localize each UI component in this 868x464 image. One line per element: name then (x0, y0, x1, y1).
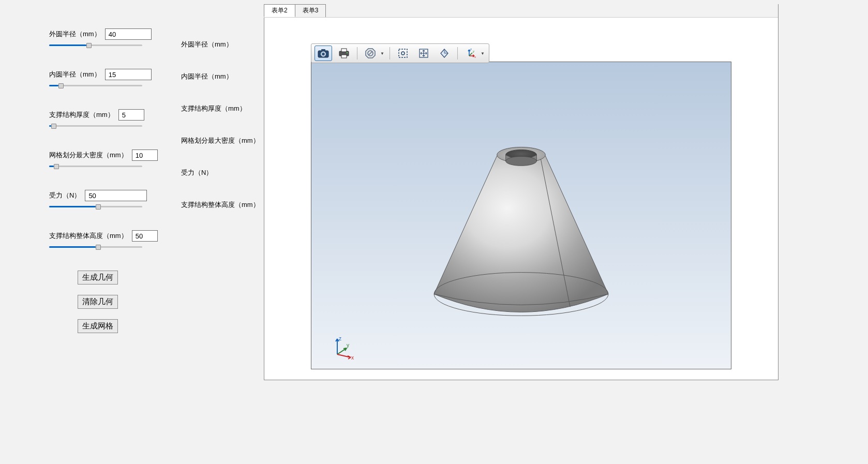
param-mesh-density: 网格划分最大密度（mm） (49, 149, 160, 170)
support-height-slider[interactable] (49, 244, 142, 251)
tab-content: ▼ (264, 18, 778, 380)
param-support-thickness: 支撑结构厚度（mm） (49, 109, 160, 130)
svg-text:z: z (470, 48, 472, 51)
camera-icon (318, 49, 329, 58)
display-mesh-density: 网格划分最大密度（mm） (181, 125, 243, 157)
svg-rect-5 (341, 49, 347, 52)
disable-button[interactable] (362, 46, 379, 61)
3d-viewport[interactable]: z y x (311, 62, 731, 369)
pan-button[interactable] (415, 46, 432, 61)
toolbar-separator (457, 47, 458, 59)
pan-icon (418, 48, 429, 59)
y-axis-label: y (347, 342, 349, 348)
inputs-column: 外圆半径（mm） 内圆半径（mm） (49, 28, 160, 454)
rotate-icon (439, 48, 450, 59)
support-thickness-slider[interactable] (49, 123, 142, 130)
disable-dropdown[interactable]: ▼ (379, 46, 385, 61)
inner-radius-slider[interactable] (49, 82, 142, 89)
rotate-button[interactable] (436, 46, 453, 61)
outer-radius-label: 外圆半径（mm） (49, 29, 101, 39)
print-icon (338, 48, 350, 58)
right-panel: 表单2 表单3 (264, 0, 868, 464)
left-panel: 外圆半径（mm） 内圆半径（mm） (0, 0, 264, 464)
cone-model (311, 62, 731, 369)
display-inner-radius: 内圆半径（mm） (181, 61, 243, 93)
buttons-area: 生成几何 清除几何 生成网格 (49, 271, 160, 333)
tabs-header: 表单2 表单3 (264, 4, 778, 18)
toolbar-separator (357, 47, 357, 59)
svg-text:x: x (474, 55, 476, 58)
display-support-thickness: 支撑结构厚度（mm） (181, 93, 243, 125)
svg-line-28 (337, 348, 347, 354)
axes-button[interactable]: z y x (462, 46, 480, 61)
clear-geometry-button[interactable]: 清除几何 (78, 295, 118, 309)
generate-mesh-button[interactable]: 生成网格 (78, 319, 118, 333)
generate-geometry-button[interactable]: 生成几何 (78, 271, 118, 285)
param-inner-radius: 内圆半径（mm） (49, 69, 160, 89)
tab-form2[interactable]: 表单2 (264, 4, 295, 17)
support-height-label: 支撑结构整体高度（mm） (49, 231, 128, 241)
viewport-toolbar: ▼ (311, 43, 489, 63)
support-thickness-input[interactable] (118, 109, 144, 121)
disable-icon (365, 48, 376, 58)
select-box-button[interactable] (394, 46, 412, 61)
svg-marker-15 (444, 49, 448, 53)
axes-icon: z y x (465, 48, 476, 59)
inner-radius-label: 内圆半径（mm） (49, 70, 101, 79)
camera-button[interactable] (315, 46, 332, 61)
param-outer-radius: 外圆半径（mm） (49, 28, 160, 49)
svg-rect-11 (399, 49, 407, 57)
display-force: 受力（N） (181, 157, 243, 189)
display-support-height: 支撑结构整体高度（mm） (181, 189, 243, 221)
outer-radius-input[interactable] (105, 28, 152, 40)
z-axis-label: z (339, 336, 341, 341)
tab-form3[interactable]: 表单3 (295, 4, 326, 17)
x-axis-label: x (351, 355, 354, 361)
svg-text:y: y (473, 50, 474, 53)
param-support-height: 支撑结构整体高度（mm） (49, 230, 160, 251)
tabs-container: 表单2 表单3 (264, 4, 779, 380)
print-button[interactable] (335, 46, 353, 61)
toolbar-separator (390, 47, 390, 59)
axes-group: z y x ▼ (462, 46, 486, 61)
force-input[interactable] (85, 190, 147, 201)
svg-point-12 (401, 52, 405, 55)
main-layout: 外圆半径（mm） 内圆半径（mm） (0, 0, 868, 464)
axis-widget: z y x (331, 335, 357, 361)
force-label: 受力（N） (49, 191, 81, 200)
force-slider[interactable] (49, 203, 142, 211)
mesh-density-label: 网格划分最大密度（mm） (49, 151, 128, 160)
mesh-density-slider[interactable] (49, 163, 142, 170)
select-box-icon (398, 48, 408, 58)
svg-line-18 (469, 53, 472, 56)
disable-group: ▼ (362, 46, 385, 61)
display-labels-column: 外圆半径（mm） 内圆半径（mm） 支撑结构厚度（mm） 网格划分最大密度（mm… (160, 28, 243, 454)
support-height-input[interactable] (132, 230, 158, 242)
outer-radius-slider[interactable] (49, 42, 142, 49)
svg-rect-1 (321, 49, 325, 51)
axes-dropdown[interactable]: ▼ (480, 46, 486, 61)
inner-radius-input[interactable] (105, 69, 152, 80)
param-force: 受力（N） (49, 190, 160, 211)
svg-point-7 (347, 52, 348, 53)
svg-point-3 (322, 53, 325, 55)
support-thickness-label: 支撑结构厚度（mm） (49, 110, 114, 119)
svg-point-26 (506, 156, 537, 166)
svg-rect-6 (341, 55, 347, 58)
display-outer-radius: 外圆半径（mm） (181, 28, 243, 61)
mesh-density-input[interactable] (132, 149, 158, 161)
